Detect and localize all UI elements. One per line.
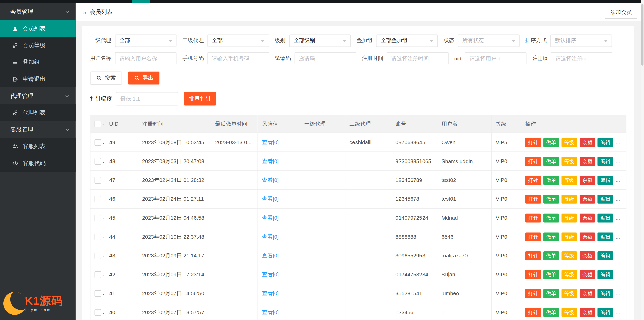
export-button[interactable]: 导出 <box>128 72 159 85</box>
edit-button[interactable]: 编辑 <box>597 251 613 260</box>
edit-button[interactable]: 编辑 <box>597 289 613 298</box>
balance-button[interactable]: 余额 <box>580 138 595 147</box>
view-risk-link[interactable]: 查看[0] <box>262 215 279 221</box>
inject-button[interactable]: 打针 <box>525 194 541 203</box>
view-risk-link[interactable]: 查看[0] <box>262 252 279 258</box>
inject-button[interactable]: 打针 <box>525 232 541 241</box>
inject-button[interactable]: 打针 <box>525 157 541 166</box>
inject-range-input[interactable] <box>116 92 178 106</box>
username-input[interactable] <box>115 52 177 64</box>
sidebar-item-2[interactable]: 会员等级 <box>0 37 76 54</box>
row-checkbox[interactable] <box>95 215 101 221</box>
search-button[interactable]: 搜索 <box>90 72 122 85</box>
view-risk-link[interactable]: 查看[0] <box>262 233 279 239</box>
scrollbar-thumb[interactable] <box>641 4 644 66</box>
edit-button[interactable]: 编辑 <box>597 157 613 166</box>
stack-group-select[interactable]: 全部叠加组 <box>376 34 438 47</box>
view-risk-link[interactable]: 查看[0] <box>262 139 279 145</box>
level-button[interactable]: 等级 <box>562 175 577 185</box>
sidebar-item-8[interactable]: 客服列表 <box>0 138 76 155</box>
inject-button[interactable]: 打针 <box>525 175 541 185</box>
row-checkbox[interactable] <box>95 177 101 184</box>
sidebar-item-4[interactable]: 申请退出 <box>0 71 76 87</box>
edit-button[interactable]: 编辑 <box>597 232 613 241</box>
balance-button[interactable]: 余额 <box>580 157 595 166</box>
row-checkbox[interactable] <box>95 139 101 146</box>
sort-select[interactable]: 默认排序 <box>550 34 612 47</box>
level-button[interactable]: 等级 <box>562 157 577 166</box>
balance-button[interactable]: 余额 <box>580 175 595 185</box>
order-button[interactable]: 做单 <box>543 251 559 260</box>
phone-input[interactable] <box>207 52 269 64</box>
batch-inject-button[interactable]: 批量打针 <box>184 92 216 106</box>
balance-button[interactable]: 余额 <box>580 194 595 203</box>
view-risk-link[interactable]: 查看[0] <box>262 196 279 202</box>
level-button[interactable]: 等级 <box>562 289 577 298</box>
order-button[interactable]: 做单 <box>543 138 559 147</box>
page-scrollbar[interactable] <box>641 0 644 320</box>
balance-button[interactable]: 余额 <box>580 270 595 279</box>
select-all-checkbox[interactable] <box>95 121 101 127</box>
row-checkbox[interactable] <box>95 253 101 259</box>
uid-input[interactable] <box>465 52 527 64</box>
order-button[interactable]: 做单 <box>543 213 559 222</box>
order-button[interactable]: 做单 <box>543 289 559 298</box>
level-button[interactable]: 等级 <box>562 194 577 203</box>
edit-button[interactable]: 编辑 <box>597 194 613 203</box>
add-member-button[interactable]: 添加会员 <box>605 6 637 19</box>
inject-button[interactable]: 打针 <box>525 138 541 147</box>
row-checkbox[interactable] <box>95 290 101 297</box>
order-button[interactable]: 做单 <box>543 157 559 166</box>
view-risk-link[interactable]: 查看[0] <box>262 309 279 315</box>
level-button[interactable]: 等级 <box>562 270 577 279</box>
register-time-input[interactable] <box>387 52 449 64</box>
view-risk-link[interactable]: 查看[0] <box>262 271 279 277</box>
sidebar-item-6[interactable]: 代理列表 <box>0 104 76 121</box>
row-checkbox[interactable] <box>95 271 101 278</box>
row-checkbox[interactable] <box>95 309 101 316</box>
level-button[interactable]: 等级 <box>562 138 577 147</box>
balance-button[interactable]: 余额 <box>580 232 595 241</box>
sidebar-group-7[interactable]: 客服管理 <box>0 121 76 138</box>
sidebar-item-1[interactable]: 会员列表 <box>0 20 76 37</box>
order-button[interactable]: 做单 <box>543 308 559 317</box>
view-risk-link[interactable]: 查看[0] <box>262 177 279 183</box>
edit-button[interactable]: 编辑 <box>597 213 613 222</box>
balance-button[interactable]: 余额 <box>580 251 595 260</box>
order-button[interactable]: 做单 <box>543 194 559 203</box>
agent2-select[interactable]: 全部 <box>207 34 269 47</box>
edit-button[interactable]: 编辑 <box>597 270 613 279</box>
level-select[interactable]: 全部级别 <box>289 34 351 47</box>
order-button[interactable]: 做单 <box>543 232 559 241</box>
inject-button[interactable]: 打针 <box>525 289 541 298</box>
sidebar-group-5[interactable]: 代理管理 <box>0 87 76 104</box>
row-checkbox[interactable] <box>95 234 101 240</box>
row-checkbox[interactable] <box>95 196 101 202</box>
balance-button[interactable]: 余额 <box>580 213 595 222</box>
active-tab-indicator[interactable] <box>132 0 150 3</box>
view-risk-link[interactable]: 查看[0] <box>262 158 279 164</box>
view-risk-link[interactable]: 查看[0] <box>262 290 279 296</box>
level-button[interactable]: 等级 <box>562 251 577 260</box>
inject-button[interactable]: 打针 <box>525 270 541 279</box>
balance-button[interactable]: 余额 <box>580 308 595 317</box>
register-ip-input[interactable] <box>551 52 613 64</box>
edit-button[interactable]: 编辑 <box>597 308 613 317</box>
edit-button[interactable]: 编辑 <box>597 138 613 147</box>
edit-button[interactable]: 编辑 <box>597 175 613 185</box>
level-button[interactable]: 等级 <box>562 308 577 317</box>
order-button[interactable]: 做单 <box>543 175 559 185</box>
inject-button[interactable]: 打针 <box>525 251 541 260</box>
sidebar-item-3[interactable]: 叠加组 <box>0 54 76 71</box>
inject-button[interactable]: 打针 <box>525 308 541 317</box>
sidebar-group-0[interactable]: 会员管理 <box>0 3 76 20</box>
row-checkbox[interactable] <box>95 158 101 165</box>
balance-button[interactable]: 余额 <box>580 289 595 298</box>
invite-code-input[interactable] <box>295 52 356 64</box>
level-button[interactable]: 等级 <box>562 232 577 241</box>
sidebar-item-9[interactable]: 客服代码 <box>0 155 76 172</box>
inject-button[interactable]: 打针 <box>525 213 541 222</box>
agent1-select[interactable]: 全部 <box>115 34 177 47</box>
status-select[interactable]: 所有状态 <box>458 34 520 47</box>
level-button[interactable]: 等级 <box>562 213 577 222</box>
